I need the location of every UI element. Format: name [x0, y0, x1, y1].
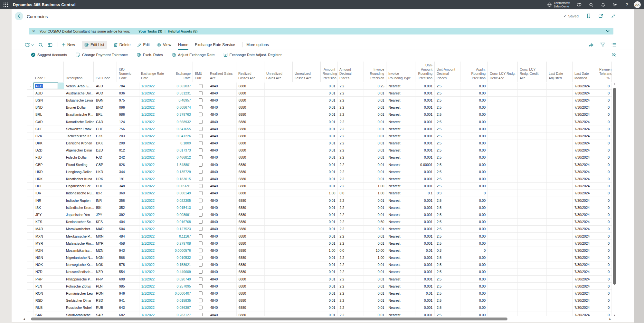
row-gutter[interactable] [27, 226, 33, 232]
cell-last-date-adjusted[interactable] [547, 111, 573, 118]
cell-unit-amount-decimal-places[interactable]: 2:5 [435, 140, 460, 147]
cell-unrealized-losses-acc[interactable] [293, 254, 321, 261]
emu-currency-checkbox[interactable] [199, 191, 203, 195]
cell-description[interactable]: Norwegische Kr... [64, 261, 94, 268]
cell-invoice-rounding-precision[interactable]: 0.01 [364, 132, 386, 139]
cell-realized-losses-acc[interactable]: 6880 [237, 261, 265, 268]
cell-invoice-rounding-type[interactable]: Nearest [386, 211, 415, 218]
cell-iso-numeric-code[interactable]: 392 [117, 211, 139, 218]
cell-last-date-adjusted[interactable] [547, 240, 573, 247]
cell-last-date-adjusted[interactable] [547, 175, 573, 182]
analysis-mode-button[interactable] [48, 40, 52, 50]
cell-conv-lcy-rndg-credit-acc[interactable] [518, 219, 547, 225]
cell-description[interactable]: Serbischer Dinar [64, 297, 94, 304]
cell-invoice-rounding-type[interactable]: Nearest [386, 132, 415, 139]
cell-iso-code[interactable]: HKD [94, 168, 117, 175]
selected-row-indicator[interactable]: → [27, 83, 33, 89]
cell-iso-code[interactable]: PHP [94, 276, 117, 282]
scroll-right-arrow[interactable]: ▶ [610, 317, 611, 321]
row-gutter[interactable] [27, 261, 33, 268]
cell-iso-code[interactable]: NZD [94, 269, 117, 275]
cell-iso-numeric-code[interactable]: 946 [117, 290, 139, 297]
cell-amount-rounding-precision[interactable]: 0.01 [321, 261, 338, 268]
cell-amount-rounding-precision[interactable]: 0.01 [321, 240, 338, 247]
cell-payment-tolerance[interactable]: 0 [597, 197, 612, 204]
cell-invoice-rounding-precision[interactable]: 0.25 [364, 83, 386, 89]
cell-unit-amount-decimal-places[interactable]: 2:5 [435, 175, 460, 182]
cell-realized-gains-acc[interactable]: 4840 [208, 219, 237, 225]
cell-exchange-rate[interactable]: 0.183015 [170, 175, 193, 182]
cell-conv-lcy-rndg-credit-acc[interactable] [518, 168, 547, 175]
cell-unrealized-gains-acc[interactable] [265, 154, 293, 161]
cell-realized-losses-acc[interactable]: 6880 [237, 219, 265, 225]
cell-payment-tolerance[interactable]: 0 [597, 132, 612, 139]
column-header-iso-code[interactable]: ISO Code [94, 62, 117, 82]
row-gutter[interactable] [27, 269, 33, 275]
column-header-code[interactable]: Code ↑ [33, 62, 64, 82]
cell-emu-currency[interactable] [193, 254, 208, 261]
cell-realized-losses-acc[interactable]: 6880 [237, 269, 265, 275]
cell-payment-tolerance[interactable]: 0 [597, 204, 612, 211]
cell-last-date-adjusted[interactable] [547, 304, 573, 311]
cell-exchange-rate[interactable]: 0.48957 [170, 97, 193, 103]
cell-unrealized-gains-acc[interactable] [265, 125, 293, 132]
cell-unrealized-gains-acc[interactable] [265, 175, 293, 182]
cell-iso-numeric-code[interactable]: 242 [117, 154, 139, 161]
emu-currency-checkbox[interactable] [199, 155, 203, 159]
cell-description[interactable]: Kenianischer Sc... [64, 219, 94, 225]
cell-emu-currency[interactable] [193, 297, 208, 304]
cell-code[interactable]: PHP [33, 276, 64, 282]
adjust-exchange-rate-button[interactable]: Adjust Exchange Rate [172, 53, 215, 57]
cell-conv-lcy-rndg-credit-acc[interactable] [518, 125, 547, 132]
cell-unit-amount-rounding-precision[interactable]: 0.001 [415, 204, 435, 211]
emu-currency-checkbox[interactable] [199, 105, 203, 109]
cell-invoice-rounding-type[interactable]: Nearest [386, 254, 415, 261]
cell-conv-lcy-rndg-debit-acc[interactable] [488, 247, 518, 254]
cell-unrealized-gains-acc[interactable] [265, 104, 293, 111]
horizontal-scroll-thumb[interactable] [31, 318, 507, 320]
cell-realized-gains-acc[interactable]: 4840 [208, 183, 237, 190]
cell-unit-amount-decimal-places[interactable]: 2:5 [435, 161, 460, 168]
cell-iso-code[interactable]: DKK [94, 140, 117, 147]
cell-unit-amount-decimal-places[interactable]: 2:5 [435, 276, 460, 282]
cell-amount-rounding-precision[interactable]: 0.01 [321, 90, 338, 96]
cell-last-date-modified[interactable]: 7/30/2024 [573, 219, 597, 225]
cell-payment-tolerance[interactable]: 0 [597, 297, 612, 304]
cell-unrealized-gains-acc[interactable] [265, 269, 293, 275]
cell-realized-gains-acc[interactable]: 4840 [208, 147, 237, 154]
dynamics-apps-button[interactable] [573, 0, 585, 9]
cell-invoice-rounding-precision[interactable]: 1.00 [364, 254, 386, 261]
cell-emu-currency[interactable] [193, 190, 208, 197]
cell-last-date-adjusted[interactable] [547, 254, 573, 261]
cell-unit-amount-decimal-places[interactable]: 2:5 [435, 211, 460, 218]
cell-exchange-rate-date[interactable]: 1/1/2022 [139, 125, 170, 132]
emu-currency-checkbox[interactable] [199, 141, 203, 145]
cell-description[interactable]: Verein. Arab. E... [64, 83, 94, 89]
cell-unit-amount-decimal-places[interactable]: 2:5 [435, 297, 460, 304]
cell-appln-rounding-precision[interactable]: 0.00 [460, 311, 488, 316]
cell-last-date-adjusted[interactable] [547, 261, 573, 268]
cell-code[interactable]: IDR [33, 190, 64, 197]
cell-conv-lcy-rndg-credit-acc[interactable] [518, 190, 547, 197]
row-gutter[interactable] [27, 190, 33, 197]
cell-unrealized-gains-acc[interactable] [265, 240, 293, 247]
cell-realized-gains-acc[interactable]: 4840 [208, 104, 237, 111]
cell-unrealized-gains-acc[interactable] [265, 304, 293, 311]
cell-payment-tolerance[interactable]: 0 [597, 97, 612, 103]
cell-last-date-modified[interactable]: 7/30/2024 [573, 297, 597, 304]
cell-exchange-rate[interactable]: 0.449609 [170, 269, 193, 275]
cell-unrealized-gains-acc[interactable] [265, 118, 293, 125]
cell-conv-lcy-rndg-credit-acc[interactable] [518, 233, 547, 240]
cell-last-date-adjusted[interactable] [547, 154, 573, 161]
cell-appln-rounding-precision[interactable]: 0.00 [460, 290, 488, 297]
cell-exchange-rate-date[interactable]: 1/1/2022 [139, 168, 170, 175]
horizontal-scrollbar[interactable]: ◀ ▶ [23, 317, 612, 321]
cell-realized-losses-acc[interactable]: 6880 [237, 304, 265, 311]
collapse-icon[interactable] [611, 14, 616, 18]
row-gutter[interactable] [27, 175, 33, 182]
cell-conv-lcy-rndg-credit-acc[interactable] [518, 140, 547, 147]
cell-conv-lcy-rndg-debit-acc[interactable] [488, 233, 518, 240]
cell-unit-amount-rounding-precision[interactable]: 0.001 [415, 183, 435, 190]
cell-conv-lcy-rndg-credit-acc[interactable] [518, 147, 547, 154]
cell-amount-rounding-precision[interactable]: 0.01 [321, 197, 338, 204]
